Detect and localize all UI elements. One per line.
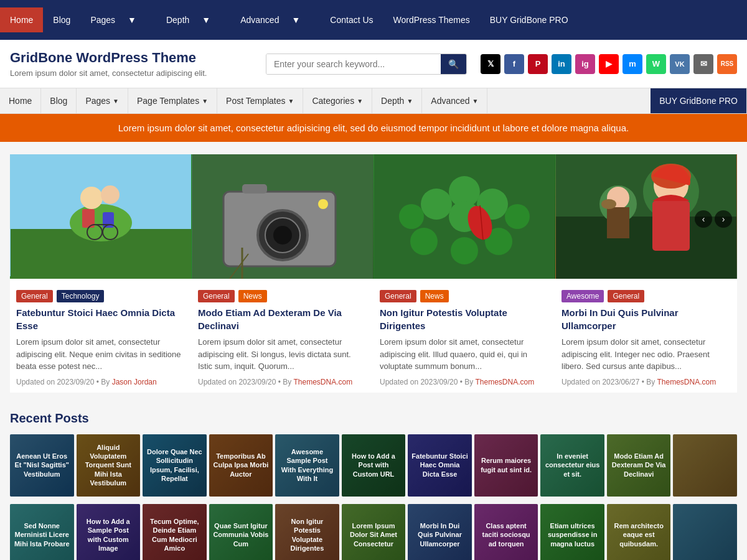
- snav-page-templates[interactable]: Page Templates ▼: [128, 88, 217, 113]
- instagram-icon[interactable]: ig: [575, 54, 595, 74]
- carousel-controls: ‹ ›: [695, 210, 732, 228]
- svg-point-25: [505, 204, 530, 229]
- svg-point-4: [101, 185, 120, 204]
- pinterest-icon[interactable]: P: [528, 54, 548, 74]
- recent-card-19-title: Class aptent taciti sociosqu ad torquen: [474, 504, 538, 561]
- youtube-icon[interactable]: ▶: [599, 54, 619, 74]
- recent-card-18-title: Morbi In Dui Quis Pulvinar Ullamcorper: [408, 504, 472, 561]
- recent-posts-section: Recent Posts Aenean Ut Eros Et "Nisl Sag…: [10, 411, 737, 561]
- featured-card-3-excerpt: Lorem ipsum dolor sit amet, consectetur …: [380, 336, 549, 373]
- recent-card-7[interactable]: Fatebuntur Stoici Haec Omnia Dicta Esse: [408, 434, 472, 497]
- featured-card-4-excerpt: Lorem ipsum dolor sit amet, consectetur …: [561, 336, 731, 373]
- featured-card-1-title: Fatebuntur Stoici Haec Omnia Dicta Esse: [16, 306, 186, 332]
- carousel-next[interactable]: ›: [715, 210, 732, 228]
- site-tagline: Lorem ipsum dolor sit amet, consectetur …: [10, 68, 207, 78]
- recent-card-6[interactable]: How to Add a Post with Custom URL: [342, 434, 406, 497]
- recent-card-10-title: Modo Etiam Ad Dexteram De Via Declinavi: [607, 434, 671, 497]
- snav-buy[interactable]: BUY GridBone PRO: [651, 88, 747, 113]
- featured-card-3-title: Non Igitur Potestis Voluptate Dirigentes: [380, 306, 549, 332]
- recent-card-14[interactable]: Tecum Optime, Deinde Etiam Cum Mediocri …: [143, 504, 207, 561]
- top-nav-buy[interactable]: BUY GridBone PRO: [480, 7, 578, 32]
- search-button[interactable]: 🔍: [441, 54, 466, 74]
- email-icon[interactable]: ✉: [693, 54, 713, 74]
- facebook-icon[interactable]: f: [504, 54, 524, 74]
- recent-card-13-title: How to Add a Sample Post with Custom Ima…: [77, 504, 141, 561]
- search-input[interactable]: [266, 54, 441, 74]
- featured-card-4-title: Morbi In Dui Quis Pulvinar Ullamcorper: [561, 306, 731, 332]
- whatsapp-icon[interactable]: W: [646, 54, 666, 74]
- snav-pages[interactable]: Pages ▼: [77, 88, 128, 113]
- recent-card-12[interactable]: Sed Nonne Merninisti Licere Mihi Ista Pr…: [10, 504, 74, 561]
- vk-icon[interactable]: VK: [670, 54, 690, 74]
- recent-card-19[interactable]: Class aptent taciti sociosqu ad torquen: [474, 504, 538, 561]
- search-form: 🔍: [266, 54, 467, 75]
- top-nav-home[interactable]: Home: [0, 7, 43, 32]
- recent-card-2[interactable]: Aliquid Voluptatem Torquent Sunt Mihi Is…: [77, 434, 141, 497]
- tag-general-2[interactable]: General: [198, 290, 235, 302]
- tag-technology-1[interactable]: Technology: [57, 290, 105, 302]
- recent-card-15-title: Quae Sunt Igitur Communia Vobis Cum: [209, 504, 273, 561]
- twitter-icon[interactable]: 𝕏: [481, 54, 500, 74]
- top-nav-wp-themes[interactable]: WordPress Themes: [383, 7, 480, 32]
- recent-card-21[interactable]: Rem architecto eaque est quibusdam.: [607, 504, 671, 561]
- recent-card-12-title: Sed Nonne Merninisti Licere Mihi Ista Pr…: [10, 504, 74, 561]
- recent-card-16[interactable]: Non Igitur Potestis Voluptate Dirigentes: [275, 504, 339, 561]
- recent-card-5[interactable]: Awesome Sample Post With Everything With…: [275, 434, 339, 497]
- tag-awesome-4[interactable]: Awesome: [561, 290, 604, 302]
- recent-card-18[interactable]: Morbi In Dui Quis Pulvinar Ullamcorper: [408, 504, 472, 561]
- recent-card-3[interactable]: Dolore Quae Nec Sollicitudin Ipsum, Faci…: [143, 434, 207, 497]
- messenger-icon[interactable]: m: [622, 54, 642, 74]
- linkedin-icon[interactable]: in: [552, 54, 571, 74]
- tag-general-4[interactable]: General: [608, 290, 644, 302]
- recent-card-20[interactable]: Etiam ultrices suspendisse in magna luct…: [540, 504, 604, 561]
- top-nav-blog[interactable]: Blog: [43, 7, 80, 32]
- featured-card-3-author[interactable]: ThemesDNA.com: [475, 378, 534, 386]
- recent-card-17-title: Lorem Ipsum Dolor Sit Amet Consectetur: [342, 504, 406, 561]
- svg-point-26: [410, 228, 438, 255]
- social-icons-group: 𝕏 f P in ig ▶ m W VK ✉ RSS: [481, 54, 737, 74]
- top-nav-contact[interactable]: Contact Us: [320, 7, 383, 32]
- snav-post-templates[interactable]: Post Templates ▼: [217, 88, 303, 113]
- recent-card-4[interactable]: Temporibus Ab Culpa Ipsa Morbi Auctor: [209, 434, 273, 497]
- snav-categories[interactable]: Categories ▼: [303, 88, 372, 113]
- svg-point-14: [273, 226, 292, 245]
- svg-point-24: [399, 204, 424, 229]
- recent-card-10[interactable]: Modo Etiam Ad Dexteram De Via Declinavi: [607, 434, 671, 497]
- promo-banner: Lorem ipsum dolor sit amet, consectetur …: [0, 114, 747, 142]
- top-nav-advanced[interactable]: Advanced ▼: [230, 0, 320, 40]
- recent-card-22[interactable]: [673, 504, 737, 561]
- recent-card-1[interactable]: Aenean Ut Eros Et "Nisl Sagittis" Vestib…: [10, 434, 74, 497]
- recent-card-8[interactable]: Rerum maiores fugit aut sint id.: [474, 434, 538, 497]
- snav-depth[interactable]: Depth ▼: [372, 88, 422, 113]
- featured-card-4-author[interactable]: ThemesDNA.com: [657, 378, 716, 386]
- recent-card-17[interactable]: Lorem Ipsum Dolor Sit Amet Consectetur: [342, 504, 406, 561]
- featured-card-4: ‹ › Awesome General Morbi In Dui Quis Pu…: [555, 154, 737, 393]
- featured-card-3-meta: Updated on 2023/09/20 • By ThemesDNA.com: [380, 378, 549, 386]
- recent-card-9[interactable]: In eveniet consectetur eius et sit.: [540, 434, 604, 497]
- recent-card-11[interactable]: [673, 434, 737, 497]
- tag-general-1[interactable]: General: [16, 290, 53, 302]
- tag-news-3[interactable]: News: [420, 290, 449, 302]
- snav-home[interactable]: Home: [0, 88, 41, 113]
- tag-general-3[interactable]: General: [380, 290, 416, 302]
- featured-card-3: General News Non Igitur Potestis Volupta…: [374, 154, 555, 393]
- top-nav-pages[interactable]: Pages ▼: [80, 0, 156, 40]
- rss-icon[interactable]: RSS: [717, 54, 737, 74]
- recent-card-13[interactable]: How to Add a Sample Post with Custom Ima…: [77, 504, 141, 561]
- recent-card-15[interactable]: Quae Sunt Igitur Communia Vobis Cum: [209, 504, 273, 561]
- featured-card-2-author[interactable]: ThemesDNA.com: [293, 378, 352, 386]
- snav-blog[interactable]: Blog: [41, 88, 77, 113]
- recent-card-5-title: Awesome Sample Post With Everything With…: [275, 434, 339, 497]
- recent-card-8-title: Rerum maiores fugit aut sint id.: [474, 434, 538, 497]
- carousel-prev[interactable]: ‹: [695, 210, 712, 228]
- featured-posts-grid: General Technology Fatebuntur Stoici Hae…: [10, 154, 737, 393]
- featured-card-1-author[interactable]: Jason Jordan: [112, 378, 157, 386]
- recent-posts-heading: Recent Posts: [10, 411, 737, 426]
- tag-news-2[interactable]: News: [238, 290, 267, 302]
- top-nav-depth[interactable]: Depth ▼: [156, 0, 230, 40]
- recent-card-7-title: Fatebuntur Stoici Haec Omnia Dicta Esse: [408, 434, 472, 497]
- snav-advanced[interactable]: Advanced ▼: [422, 88, 487, 113]
- recent-card-6-title: How to Add a Post with Custom URL: [342, 434, 406, 497]
- recent-card-21-title: Rem architecto eaque est quibusdam.: [607, 504, 671, 561]
- recent-posts-row-1: Aenean Ut Eros Et "Nisl Sagittis" Vestib…: [10, 434, 737, 497]
